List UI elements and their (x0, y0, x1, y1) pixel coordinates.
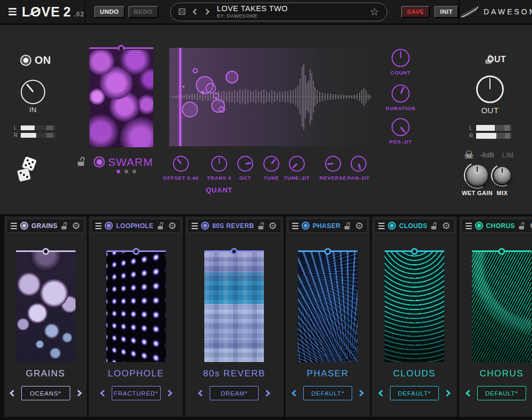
in-label: IN (22, 106, 44, 114)
out-gain-knob[interactable] (476, 75, 504, 103)
randomize-dice-icon[interactable] (15, 157, 39, 183)
favorite-star-icon[interactable]: ☆ (370, 5, 379, 18)
module-preset-select[interactable]: DREAM* (210, 386, 259, 400)
prev-preset-icon[interactable] (100, 390, 107, 397)
swarm-preview-image[interactable] (89, 50, 153, 147)
count-label: COUNT (385, 70, 417, 75)
oct-knob[interactable] (237, 156, 253, 172)
module-preset-select[interactable]: DEFAULT* (477, 386, 526, 400)
gear-icon[interactable]: ⚙ (269, 221, 277, 231)
tune-jit-knob[interactable] (289, 156, 305, 172)
module-lock-icon[interactable] (62, 222, 68, 229)
prev-preset-icon[interactable] (292, 390, 298, 397)
pan-jit-knob[interactable] (351, 156, 367, 172)
module-lock-icon[interactable] (258, 222, 264, 229)
gear-icon[interactable]: ⚙ (529, 221, 532, 231)
module-preview[interactable] (204, 251, 264, 362)
module-slider[interactable] (106, 250, 166, 252)
next-preset-icon[interactable] (165, 390, 172, 397)
module-menu-icon[interactable] (378, 223, 385, 229)
module-preview[interactable] (472, 251, 531, 362)
main-menu-icon[interactable] (9, 8, 16, 15)
next-preset-icon[interactable] (203, 9, 209, 14)
tune-knob[interactable] (263, 156, 279, 172)
top-bar: LOVE2 .02 UNDO REDO ⚄ LOVE TAKES TWO BY:… (0, 0, 532, 25)
power-led[interactable] (20, 55, 31, 66)
random-preset-dice-icon[interactable]: ⚄ (178, 7, 186, 16)
count-knob[interactable] (392, 49, 410, 67)
input-meter-left: L (14, 125, 56, 131)
module-led[interactable] (475, 222, 483, 230)
module-slider[interactable] (204, 250, 264, 252)
trans-knob[interactable] (211, 156, 227, 172)
module-preset-select[interactable]: DEFAULT* (303, 386, 352, 400)
module-menu-icon[interactable] (292, 223, 298, 229)
limiter-skull-icon[interactable]: ☠ (464, 149, 474, 162)
save-button[interactable]: SAVE (401, 6, 430, 18)
module-slider[interactable] (472, 250, 531, 252)
module-preset-select[interactable]: FRACTURED* (112, 386, 161, 400)
meter-bar (21, 125, 56, 130)
slider-handle[interactable] (325, 248, 331, 255)
undo-button[interactable]: UNDO (94, 6, 125, 18)
pos-jit-knob[interactable] (392, 118, 410, 136)
gear-icon[interactable]: ⚙ (355, 221, 363, 231)
next-preset-icon[interactable] (444, 390, 451, 397)
module-slider[interactable] (385, 250, 444, 252)
gear-icon[interactable]: ⚙ (168, 221, 177, 231)
limiter-label: LIM (502, 152, 514, 159)
waveform-display[interactable] (169, 48, 371, 146)
module-lock-icon[interactable] (157, 222, 164, 229)
gear-icon[interactable]: ⚙ (72, 221, 80, 231)
redo-button[interactable]: REDO (128, 6, 159, 18)
module-card-grains: GRAINS ⚙ GRAINS OCEANS* (4, 216, 87, 417)
slider-handle[interactable] (498, 248, 505, 255)
prev-preset-icon[interactable] (10, 390, 16, 397)
slider-handle[interactable] (231, 248, 238, 255)
module-preview[interactable] (16, 251, 76, 362)
module-preset-select[interactable]: OCEANS* (21, 386, 70, 400)
slider-handle[interactable] (42, 248, 49, 255)
module-header: GRAINS ⚙ (6, 219, 85, 233)
prev-preset-icon[interactable] (466, 390, 472, 397)
swarm-page-dots[interactable] (117, 170, 136, 173)
prev-preset-icon[interactable] (198, 390, 205, 397)
reverse-knob[interactable] (325, 156, 341, 172)
module-slider[interactable] (16, 250, 76, 252)
in-gain-knob[interactable] (21, 80, 45, 104)
module-led[interactable] (388, 222, 396, 230)
module-preview[interactable] (106, 251, 166, 362)
module-led[interactable] (302, 222, 310, 230)
module-preview[interactable] (298, 251, 358, 362)
module-preset-select[interactable]: DEFAULT* (390, 386, 439, 400)
module-menu-icon[interactable] (11, 223, 17, 229)
module-lock-icon[interactable] (345, 222, 351, 229)
next-preset-icon[interactable] (357, 390, 364, 397)
module-menu-icon[interactable] (192, 223, 198, 229)
module-menu-icon[interactable] (95, 223, 102, 229)
prev-preset-icon[interactable] (378, 390, 385, 397)
module-led[interactable] (105, 222, 113, 230)
module-led[interactable] (201, 222, 209, 230)
offset-knob[interactable] (173, 156, 189, 172)
module-led[interactable] (20, 222, 28, 230)
duration-knob[interactable] (392, 85, 410, 103)
init-button[interactable]: INIT (434, 6, 459, 18)
module-lock-icon[interactable] (519, 222, 525, 229)
module-slider[interactable] (298, 250, 358, 252)
module-menu-icon[interactable] (466, 223, 472, 229)
mix-knob[interactable] (494, 167, 511, 184)
preset-browser[interactable]: ⚄ LOVE TAKES TWO BY: DAWESOME ☆ (170, 3, 387, 21)
swarm-position-slider[interactable] (89, 47, 153, 49)
next-preset-icon[interactable] (75, 390, 82, 397)
slider-handle[interactable] (132, 248, 139, 255)
module-lock-icon[interactable] (431, 222, 438, 229)
slider-handle[interactable] (411, 248, 418, 255)
prev-preset-icon[interactable] (193, 9, 198, 14)
module-preview[interactable] (385, 251, 444, 362)
gear-icon[interactable]: ⚙ (442, 221, 450, 231)
next-preset-icon[interactable] (263, 390, 270, 397)
swarm-led[interactable] (94, 156, 105, 167)
wet-gain-knob[interactable] (467, 165, 488, 186)
swarm-lock-icon[interactable] (78, 157, 86, 166)
